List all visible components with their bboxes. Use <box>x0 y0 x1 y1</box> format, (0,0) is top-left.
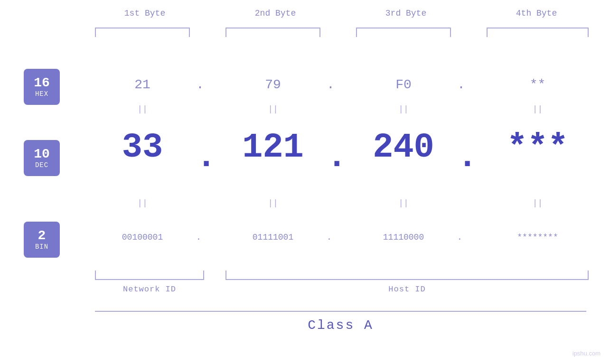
dec-dot-2: . <box>327 138 347 177</box>
eq2-b4: || <box>487 198 589 208</box>
hex-badge-label: HEX <box>35 90 48 98</box>
eq1-b1: || <box>95 104 190 114</box>
eq2-b1: || <box>95 198 190 208</box>
dec-badge-label: DEC <box>35 161 48 169</box>
bottom-bracket-hostid <box>225 271 589 280</box>
eq1-b2: || <box>225 104 320 114</box>
dec-dot-1: . <box>196 138 216 177</box>
bottom-bracket-networkid <box>95 271 204 280</box>
hex-badge: 16 HEX <box>24 69 60 105</box>
hex-val-3: F0 <box>356 77 451 92</box>
hex-dot-1: . <box>196 77 204 92</box>
dec-badge-number: 10 <box>34 147 50 162</box>
bin-val-2: 01111001 <box>225 233 320 242</box>
hex-dot-3: . <box>457 77 465 92</box>
host-id-label: Host ID <box>225 285 589 294</box>
byte-label-2: 2nd Byte <box>228 9 323 18</box>
bracket-byte2 <box>225 28 320 37</box>
bin-dot-2: . <box>327 233 332 242</box>
network-id-label: Network ID <box>95 285 204 294</box>
dec-val-4: *** <box>487 128 589 167</box>
bin-val-1: 00100001 <box>95 233 190 242</box>
dec-val-1: 33 <box>95 128 190 167</box>
byte-label-1: 1st Byte <box>97 9 192 18</box>
eq2-b3: || <box>356 198 451 208</box>
class-line <box>95 311 586 312</box>
dec-badge: 10 DEC <box>24 140 60 176</box>
bracket-byte3 <box>356 28 451 37</box>
bin-val-3: 11110000 <box>356 233 451 242</box>
dec-dot-3: . <box>457 138 478 177</box>
hex-dot-2: . <box>327 77 335 92</box>
eq1-b3: || <box>356 104 451 114</box>
hex-val-1: 21 <box>95 77 190 92</box>
dec-val-3: 240 <box>356 128 451 167</box>
bin-dot-3: . <box>457 233 462 242</box>
hex-val-2: 79 <box>225 77 320 92</box>
bracket-byte4 <box>487 28 589 37</box>
bin-val-4: ******** <box>487 233 589 242</box>
watermark: ipshu.com <box>572 350 601 357</box>
eq2-b2: || <box>225 198 320 208</box>
class-label: Class A <box>95 318 586 333</box>
hex-val-4: ** <box>487 77 589 92</box>
hex-badge-number: 16 <box>34 76 50 91</box>
page: 1st Byte 2nd Byte 3rd Byte 4th Byte 16 H… <box>0 0 610 364</box>
bin-badge: 2 BIN <box>24 222 60 258</box>
dec-val-2: 121 <box>225 128 320 167</box>
bin-badge-label: BIN <box>35 243 48 251</box>
byte-label-3: 3rd Byte <box>358 9 453 18</box>
bin-badge-number: 2 <box>38 229 46 243</box>
eq1-b4: || <box>487 104 589 114</box>
bracket-byte1 <box>95 28 190 37</box>
bin-dot-1: . <box>196 233 201 242</box>
byte-label-4: 4th Byte <box>489 9 584 18</box>
